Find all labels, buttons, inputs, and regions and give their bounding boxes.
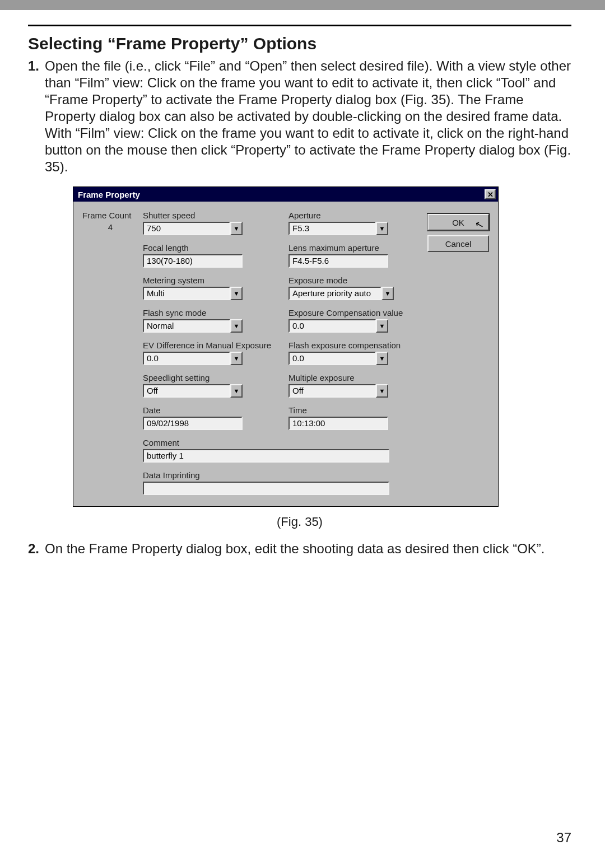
label-exposure-mode: Exposure mode	[288, 276, 412, 285]
metering-system-combo[interactable]: Multi ▼	[143, 287, 243, 300]
cancel-button-label: Cancel	[445, 239, 472, 249]
data-imprinting-input[interactable]	[143, 482, 389, 495]
field-data-imprinting: Data Imprinting	[143, 470, 412, 495]
label-exposure-compensation: Exposure Compensation value	[288, 308, 412, 318]
chevron-down-icon[interactable]: ▼	[230, 352, 243, 365]
field-ev-difference: EV Difference in Manual Exposure 0.0 ▼	[143, 340, 277, 365]
frame-count-section: Frame Count 4	[82, 211, 138, 495]
cancel-button[interactable]: Cancel	[427, 235, 489, 252]
field-focal-length: Focal length 130(70-180)	[143, 243, 277, 268]
field-speedlight-setting: Speedlight setting Off ▼	[143, 373, 277, 398]
page-number: 37	[556, 830, 571, 846]
comment-value: butterfly 1	[143, 449, 389, 463]
exposure-compensation-combo[interactable]: 0.0 ▼	[288, 319, 388, 333]
label-comment: Comment	[143, 438, 412, 447]
speedlight-setting-value: Off	[143, 384, 230, 398]
chevron-down-icon[interactable]: ▼	[230, 384, 243, 398]
ok-button[interactable]: OK ↖	[427, 214, 489, 231]
field-comment: Comment butterfly 1	[143, 438, 412, 463]
figure-35: Frame Property ✕ Frame Count 4 Shutter s…	[73, 186, 499, 507]
chevron-down-icon[interactable]: ▼	[376, 319, 388, 333]
label-speedlight-setting: Speedlight setting	[143, 373, 277, 382]
exposure-compensation-value: 0.0	[288, 319, 376, 333]
date-value: 09/02/1998	[143, 417, 243, 430]
label-data-imprinting: Data Imprinting	[143, 470, 412, 480]
field-time: Time 10:13:00	[288, 405, 412, 430]
flash-sync-mode-combo[interactable]: Normal ▼	[143, 319, 243, 333]
lens-max-aperture-input[interactable]: F4.5-F5.6	[288, 254, 388, 268]
focal-length-input[interactable]: 130(70-180)	[143, 254, 243, 268]
dialog-title: Frame Property	[78, 190, 140, 199]
label-focal-length: Focal length	[143, 243, 277, 253]
flash-exposure-compensation-value: 0.0	[288, 352, 376, 365]
multiple-exposure-value: Off	[288, 384, 376, 398]
ev-difference-value: 0.0	[143, 352, 230, 365]
frame-count-label: Frame Count	[82, 211, 138, 220]
lens-max-aperture-value: F4.5-F5.6	[288, 254, 388, 268]
scan-top-band	[0, 0, 605, 10]
label-multiple-exposure: Multiple exposure	[288, 373, 412, 382]
speedlight-setting-combo[interactable]: Off ▼	[143, 384, 243, 398]
shutter-speed-combo[interactable]: 750 ▼	[143, 222, 243, 235]
chevron-down-icon[interactable]: ▼	[230, 222, 243, 235]
ok-button-label: OK	[452, 218, 464, 227]
step-text: Open the file (i.e., click “File” and “O…	[45, 58, 571, 175]
step-number: 2.	[28, 540, 45, 557]
focal-length-value: 130(70-180)	[143, 254, 243, 268]
field-lens-max-aperture: Lens maximum aperture F4.5-F5.6	[288, 243, 412, 268]
shutter-speed-value: 750	[143, 222, 230, 235]
field-flash-sync-mode: Flash sync mode Normal ▼	[143, 308, 277, 333]
step-number: 1.	[28, 58, 45, 74]
frame-property-dialog: Frame Property ✕ Frame Count 4 Shutter s…	[73, 186, 499, 507]
figure-caption: (Fig. 35)	[28, 515, 571, 529]
flash-exposure-compensation-combo[interactable]: 0.0 ▼	[288, 352, 388, 365]
data-imprinting-value	[143, 482, 389, 495]
field-shutter-speed: Shutter speed 750 ▼	[143, 211, 277, 235]
dialog-titlebar: Frame Property ✕	[73, 187, 498, 202]
label-flash-exposure-compensation: Flash exposure compensation	[288, 340, 412, 350]
label-shutter-speed: Shutter speed	[143, 211, 277, 220]
chevron-down-icon[interactable]: ▼	[376, 222, 388, 235]
label-flash-sync-mode: Flash sync mode	[143, 308, 277, 318]
label-time: Time	[288, 405, 412, 415]
label-date: Date	[143, 405, 277, 415]
field-date: Date 09/02/1998	[143, 405, 277, 430]
metering-system-value: Multi	[143, 287, 230, 300]
date-input[interactable]: 09/02/1998	[143, 417, 243, 430]
close-icon[interactable]: ✕	[485, 189, 496, 199]
label-aperture: Aperture	[288, 211, 412, 220]
flash-sync-mode-value: Normal	[143, 319, 230, 333]
label-lens-max-aperture: Lens maximum aperture	[288, 243, 412, 253]
field-aperture: Aperture F5.3 ▼	[288, 211, 412, 235]
aperture-combo[interactable]: F5.3 ▼	[288, 222, 388, 235]
cursor-icon: ↖	[473, 217, 485, 231]
field-exposure-mode: Exposure mode Aperture priority auto ▼	[288, 276, 412, 300]
frame-count-value: 4	[82, 222, 138, 232]
comment-input[interactable]: butterfly 1	[143, 449, 389, 463]
field-multiple-exposure: Multiple exposure Off ▼	[288, 373, 412, 398]
exposure-mode-combo[interactable]: Aperture priority auto ▼	[288, 287, 394, 300]
label-metering-system: Metering system	[143, 276, 277, 285]
chevron-down-icon[interactable]: ▼	[381, 287, 394, 300]
exposure-mode-value: Aperture priority auto	[288, 287, 381, 300]
time-value: 10:13:00	[288, 417, 388, 430]
chevron-down-icon[interactable]: ▼	[376, 352, 388, 365]
field-metering-system: Metering system Multi ▼	[143, 276, 277, 300]
chevron-down-icon[interactable]: ▼	[376, 384, 388, 398]
field-flash-exposure-compensation: Flash exposure compensation 0.0 ▼	[288, 340, 412, 365]
steps-list-2: 2. On the Frame Property dialog box, edi…	[28, 540, 571, 557]
chevron-down-icon[interactable]: ▼	[230, 287, 243, 300]
step-text: On the Frame Property dialog box, edit t…	[45, 540, 544, 557]
label-ev-difference: EV Difference in Manual Exposure	[143, 340, 277, 350]
steps-list: 1. Open the file (i.e., click “File” and…	[28, 58, 571, 175]
ev-difference-combo[interactable]: 0.0 ▼	[143, 352, 243, 365]
multiple-exposure-combo[interactable]: Off ▼	[288, 384, 388, 398]
chevron-down-icon[interactable]: ▼	[230, 319, 243, 333]
aperture-value: F5.3	[288, 222, 376, 235]
field-exposure-compensation: Exposure Compensation value 0.0 ▼	[288, 308, 412, 333]
section-title: Selecting “Frame Property” Options	[28, 34, 571, 53]
time-input[interactable]: 10:13:00	[288, 417, 388, 430]
horizontal-rule	[28, 25, 571, 26]
